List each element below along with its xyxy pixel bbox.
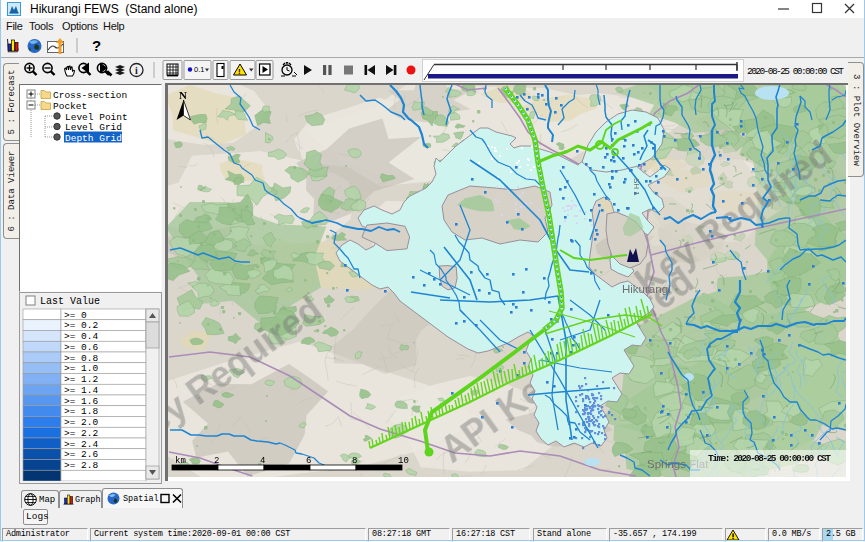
svg-text:km: km	[175, 456, 186, 466]
svg-text:>= 1.4: >= 1.4	[64, 385, 99, 396]
svg-text:>= 1.0: >= 1.0	[64, 363, 99, 374]
svg-text:>= 0: >= 0	[64, 310, 87, 321]
svg-text:10: 10	[398, 456, 409, 466]
svg-text:>= 1.2: >= 1.2	[64, 374, 99, 385]
svg-text:>= 1.6: >= 1.6	[64, 396, 99, 407]
svg-text:!: !	[238, 67, 241, 76]
svg-text:Time: 2020-08-25 00:00:00 CST: Time: 2020-08-25 00:00:00 CST	[708, 453, 831, 464]
svg-text:Last Value: Last Value	[40, 296, 100, 307]
svg-text:0.1: 0.1	[194, 65, 204, 74]
svg-text:Level Grid: Level Grid	[65, 122, 122, 133]
svg-text:>= 2.6: >= 2.6	[64, 449, 99, 460]
svg-text:?: ?	[92, 37, 101, 54]
svg-text:>= 0.8: >= 0.8	[64, 353, 99, 364]
svg-text:Depth Grid: Depth Grid	[65, 133, 122, 144]
svg-text:N: N	[179, 89, 187, 101]
svg-text:>= 0.4: >= 0.4	[64, 331, 99, 342]
svg-text:8: 8	[352, 456, 357, 466]
svg-text:6: 6	[306, 456, 311, 466]
svg-text:SH 1: SH 1	[632, 178, 641, 196]
svg-text:>= 1.8: >= 1.8	[64, 406, 99, 417]
svg-text:i: i	[135, 65, 138, 76]
svg-text:>= 2.2: >= 2.2	[64, 428, 99, 439]
svg-text:2: 2	[214, 456, 219, 466]
svg-text:>= 2.4: >= 2.4	[64, 439, 99, 450]
svg-text:2020-08-25 00:00:00 CST: 2020-08-25 00:00:00 CST	[747, 66, 844, 77]
svg-text:>= 2.8: >= 2.8	[64, 460, 99, 471]
svg-text:4: 4	[260, 456, 265, 466]
svg-text:>= 0.6: >= 0.6	[64, 342, 99, 353]
svg-text:Pocket: Pocket	[53, 101, 87, 112]
svg-text:Hikurangi: Hikurangi	[622, 283, 671, 295]
svg-text:Level Point: Level Point	[65, 112, 128, 123]
svg-text:>= 2.0: >= 2.0	[64, 417, 99, 428]
svg-text:>= 0.2: >= 0.2	[64, 320, 99, 331]
svg-text:Cross-section: Cross-section	[53, 90, 127, 101]
